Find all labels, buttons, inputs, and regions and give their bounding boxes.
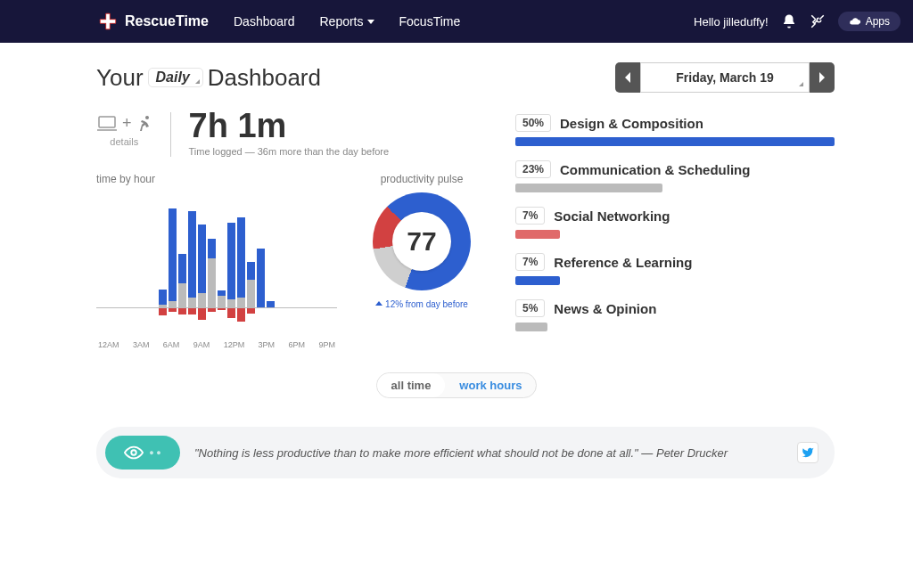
nav-focustime[interactable]: FocusTime [399, 14, 461, 29]
apps-button[interactable]: Apps [838, 12, 901, 31]
nav-reports[interactable]: Reports [319, 14, 374, 29]
category-label: News & Opinion [554, 301, 656, 316]
hour-bar[interactable] [247, 262, 255, 307]
svg-rect-3 [101, 20, 116, 23]
category-pct: 7% [515, 253, 545, 271]
tweet-button[interactable] [797, 442, 818, 463]
category-row[interactable]: 5%News & Opinion [515, 299, 835, 331]
running-person-icon [136, 115, 152, 133]
category-row[interactable]: 7%Social Networking [515, 207, 835, 239]
toggle-work-hours[interactable]: work hours [445, 373, 536, 397]
tools-icon[interactable] [810, 13, 826, 29]
category-bar [515, 276, 560, 285]
hour-bar[interactable] [267, 301, 275, 307]
category-row[interactable]: 7%Reference & Learning [515, 253, 835, 285]
dots-icon: ● ● [149, 448, 160, 457]
hour-bar[interactable] [188, 211, 196, 307]
summary-block: + details 7h 1m Time logged — 36m more t… [96, 109, 480, 157]
dropdown-corner-icon [799, 82, 803, 86]
quote-bar: ● ● "Nothing is less productive than to … [96, 427, 835, 478]
laptop-icon [96, 116, 118, 132]
time-logged-subtext: Time logged — 36m more than the day befo… [189, 146, 390, 157]
category-bar [515, 184, 662, 192]
toggle-all-time[interactable]: all time [377, 373, 446, 397]
up-arrow-icon [375, 301, 382, 308]
title-row: Your Daily Dashboard Friday, March 19 [0, 43, 913, 109]
time-by-hour-chart[interactable] [96, 192, 337, 308]
date-field[interactable]: Friday, March 19 [640, 62, 810, 93]
caret-down-icon [367, 20, 374, 24]
logo-icon [98, 12, 118, 31]
cloud-icon [849, 15, 861, 28]
category-row[interactable]: 23%Communication & Scheduling [515, 160, 835, 192]
hour-bar[interactable] [178, 254, 186, 308]
hour-bar[interactable] [169, 208, 177, 307]
category-pct: 23% [515, 160, 551, 178]
date-picker: Friday, March 19 [615, 62, 835, 93]
hour-bar[interactable] [227, 223, 235, 307]
svg-point-6 [132, 450, 137, 455]
spotlight-pill[interactable]: ● ● [105, 436, 180, 470]
hour-bar[interactable] [159, 290, 167, 307]
hour-bar[interactable] [257, 249, 265, 307]
hour-bar[interactable] [218, 290, 226, 307]
details-label: details [110, 136, 138, 147]
hour-bar[interactable] [198, 225, 206, 308]
dropdown-corner-icon [195, 79, 200, 84]
category-bar [515, 230, 560, 239]
time-by-hour-heading: time by hour [96, 173, 337, 185]
pulse-value: 77 [392, 212, 451, 271]
period-selector[interactable]: Daily [148, 68, 203, 87]
category-label: Reference & Learning [554, 255, 692, 270]
time-logged-value: 7h 1m [189, 109, 390, 143]
svg-rect-4 [99, 117, 115, 127]
productivity-pulse-heading: productivity pulse [364, 173, 480, 185]
date-next-button[interactable] [810, 62, 835, 93]
category-row[interactable]: 50%Design & Composition [515, 114, 835, 146]
category-pct: 5% [515, 299, 545, 317]
greeting: Hello jilleduffy! [694, 15, 769, 29]
svg-point-5 [145, 116, 149, 119]
divider [170, 112, 171, 157]
category-label: Social Networking [554, 208, 670, 224]
category-list: 50%Design & Composition23%Communication … [515, 109, 835, 349]
nav-dashboard[interactable]: Dashboard [234, 14, 295, 29]
bell-icon[interactable] [781, 13, 797, 29]
category-bar [515, 137, 835, 146]
title-prefix: Your [96, 64, 144, 92]
twitter-icon [802, 446, 814, 459]
top-nav: RescueTime Dashboard Reports FocusTime H… [0, 0, 913, 43]
category-label: Communication & Scheduling [560, 162, 750, 177]
productivity-pulse-donut[interactable]: 77 [373, 192, 471, 290]
brand[interactable]: RescueTime [98, 12, 209, 31]
brand-name: RescueTime [125, 13, 209, 29]
date-prev-button[interactable] [615, 62, 640, 93]
plus-icon: + [122, 114, 132, 133]
category-pct: 7% [515, 207, 545, 225]
category-pct: 50% [515, 114, 551, 132]
eye-icon [124, 443, 144, 462]
category-bar [515, 323, 547, 331]
title-suffix: Dashboard [208, 64, 321, 92]
pulse-change: 12% from day before [364, 299, 480, 309]
hour-chart-xlabels: 12AM3AM6AM9AM12PM3PM6PM9PM [96, 340, 337, 349]
devices-block[interactable]: + details [96, 109, 152, 147]
quote-text: "Nothing is less productive than to make… [194, 446, 728, 460]
hour-bar[interactable] [237, 217, 245, 307]
hour-bar[interactable] [208, 239, 216, 307]
category-label: Design & Composition [560, 116, 703, 131]
time-toggle: all time work hours [376, 372, 538, 398]
